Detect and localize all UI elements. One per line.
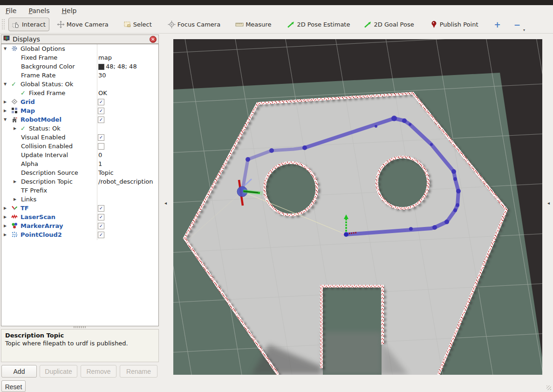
menu-panels[interactable]: Panels	[28, 7, 49, 14]
tree-row[interactable]: ▶TF✓	[1, 204, 158, 213]
property-value[interactable]: Topic	[98, 168, 114, 177]
panel-splitter-handle[interactable]	[74, 326, 87, 328]
publish-point-tool-button[interactable]: Publish Point	[426, 18, 482, 31]
toolbar-drag-handle[interactable]	[4, 19, 5, 30]
visibility-checkbox[interactable]: ✓	[98, 134, 104, 141]
rendered-scene	[173, 39, 542, 375]
tree-row[interactable]: Fixed Framemap	[1, 53, 158, 62]
tree-row[interactable]: ✓Fixed FrameOK	[1, 89, 158, 97]
menu-bar: File Panels Help	[0, 5, 553, 16]
displays-tree: ▼Global OptionsFixed FramemapBackground …	[1, 44, 159, 326]
expand-arrow-icon[interactable]: ▶	[4, 213, 7, 221]
tree-row[interactable]: ▶Grid✓	[1, 97, 158, 106]
check-icon: ✓	[11, 80, 18, 86]
property-label: MarkerArray	[20, 221, 63, 230]
property-label: Global Status: Ok	[20, 80, 73, 89]
expand-arrow-icon[interactable]: ▶	[14, 124, 16, 133]
status-bar: 4 fps	[0, 378, 553, 392]
3d-viewport[interactable]	[173, 39, 542, 375]
displays-panel-icon	[3, 35, 10, 44]
right-splitter-collapse-arrow[interactable]: ◂	[547, 200, 550, 206]
expand-arrow-icon[interactable]: ▶	[4, 204, 7, 213]
visibility-checkbox[interactable]	[98, 143, 104, 150]
tree-row[interactable]: ▶LaserScan✓	[1, 213, 158, 221]
tree-row[interactable]: TF Prefix	[1, 186, 158, 195]
visibility-checkbox[interactable]: ✓	[98, 99, 104, 105]
visibility-checkbox[interactable]: ✓	[98, 205, 104, 212]
menu-help[interactable]: Help	[62, 7, 77, 14]
chevron-down-icon: ▾	[523, 28, 525, 32]
tool-label: Focus Camera	[178, 21, 220, 28]
property-value[interactable]: /robot_description	[98, 177, 153, 186]
remove-display-button[interactable]: Remove	[81, 365, 116, 378]
property-label: Frame Rate	[21, 71, 55, 80]
visibility-checkbox[interactable]: ✓	[98, 117, 104, 123]
measure-tool-button[interactable]: Measure	[232, 18, 275, 31]
property-label: Status: Ok	[29, 124, 61, 133]
rename-display-button[interactable]: Rename	[120, 365, 157, 378]
collapse-arrow-icon[interactable]: ▼	[4, 80, 7, 89]
tree-row[interactable]: ▶PointCloud2✓	[1, 230, 158, 239]
tree-row[interactable]: Alpha1	[1, 159, 158, 168]
tree-row[interactable]: ▶MarkerArray✓	[1, 221, 158, 230]
tree-row[interactable]: ▶Map✓	[1, 106, 158, 115]
close-panel-button[interactable]: ✕	[150, 36, 157, 43]
tf-icon	[11, 205, 18, 211]
expand-arrow-icon[interactable]: ▶	[4, 97, 7, 106]
check-icon: ✓	[20, 124, 27, 131]
visibility-checkbox[interactable]: ✓	[98, 214, 104, 220]
property-value[interactable]: OK	[98, 89, 107, 97]
property-value[interactable]: 48; 48; 48	[106, 62, 137, 71]
pose-estimate-tool-button[interactable]: 2D Pose Estimate	[283, 18, 354, 31]
tree-row[interactable]: ▼Global Options	[1, 44, 158, 53]
tree-row[interactable]: ▼RobotModel✓	[1, 115, 158, 124]
map-pin-icon	[430, 21, 438, 28]
goal-pose-tool-button[interactable]: 2D Goal Pose	[360, 18, 417, 31]
property-label: RobotModel	[20, 115, 61, 124]
tree-row[interactable]: Update Interval0	[1, 151, 158, 159]
tree-row[interactable]: Visual Enabled✓	[1, 133, 158, 142]
left-splitter-collapse-arrow[interactable]: ◂	[164, 200, 167, 206]
tree-row[interactable]: Description SourceTopic	[1, 168, 158, 177]
visibility-checkbox[interactable]: ✓	[98, 232, 104, 238]
resize-grip[interactable]	[546, 385, 551, 390]
expand-arrow-icon[interactable]: ▶	[14, 177, 16, 186]
duplicate-display-button[interactable]: Duplicate	[40, 365, 77, 378]
focus-camera-tool-button[interactable]: Focus Camera	[164, 18, 224, 31]
reset-button[interactable]: Reset	[1, 380, 26, 392]
expand-arrow-icon[interactable]: ▶	[4, 230, 7, 239]
expand-arrow-icon[interactable]: ▶	[4, 221, 7, 230]
expand-arrow-icon[interactable]: ▶	[14, 195, 16, 204]
tree-row[interactable]: ▶Description Topic/robot_description	[1, 177, 158, 186]
remove-tool-button[interactable]: −▾	[514, 20, 520, 29]
ruler-icon	[235, 21, 244, 28]
expand-arrow-icon[interactable]: ▶	[4, 106, 7, 115]
property-value[interactable]: 30	[98, 71, 106, 80]
displays-panel-header[interactable]: Displays ✕	[1, 34, 159, 44]
color-swatch[interactable]	[98, 64, 104, 70]
select-tool-button[interactable]: Select	[120, 18, 156, 31]
tree-row[interactable]: Frame Rate30	[1, 71, 158, 80]
tree-row[interactable]: Collision Enabled	[1, 142, 158, 151]
tree-row[interactable]: ▶Links	[1, 195, 158, 204]
add-tool-button[interactable]: +	[494, 20, 500, 29]
displays-panel-title: Displays	[13, 35, 150, 43]
property-value[interactable]: map	[98, 53, 112, 62]
menu-file[interactable]: File	[6, 7, 16, 14]
tool-label: Move Camera	[67, 21, 109, 28]
property-value[interactable]: 1	[98, 159, 102, 168]
interact-tool-button[interactable]: Interact	[8, 18, 49, 31]
visibility-checkbox[interactable]: ✓	[98, 108, 104, 114]
tree-row[interactable]: ▶✓Status: Ok	[1, 124, 158, 133]
add-display-button[interactable]: Add	[1, 365, 37, 378]
robot-icon	[11, 116, 18, 123]
tree-row[interactable]: Background Color48; 48; 48	[1, 62, 158, 71]
toolbar-drag-handle[interactable]	[2, 19, 3, 30]
move-camera-tool-button[interactable]: Move Camera	[53, 18, 112, 31]
property-value[interactable]: 0	[98, 151, 102, 159]
collapse-arrow-icon[interactable]: ▼	[4, 115, 7, 124]
visibility-checkbox[interactable]: ✓	[98, 223, 104, 229]
tree-row[interactable]: ▼✓Global Status: Ok	[1, 80, 158, 89]
gear-icon	[11, 45, 18, 52]
collapse-arrow-icon[interactable]: ▼	[4, 44, 7, 53]
